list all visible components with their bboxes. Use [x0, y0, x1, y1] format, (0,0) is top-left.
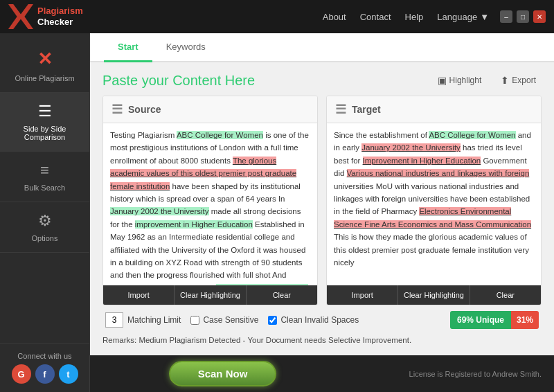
export-icon: ⬆ [501, 75, 509, 86]
source-icon: ☰ [111, 102, 123, 117]
source-panel-footer: Import Clear Highlighting Clear [103, 285, 317, 305]
google-plus-button[interactable]: G [12, 364, 31, 384]
highlight-glorious: The glorious academic values of this old… [110, 157, 296, 190]
contact-link[interactable]: Contact [360, 12, 391, 22]
target-clear-button[interactable]: Clear [470, 285, 541, 305]
clean-invalid-spaces-text: Clean Invalid Spaces [280, 315, 359, 325]
thl-improvement: Improvement in Higher Education [363, 157, 481, 165]
tabs-bar: Start Keywords [90, 33, 554, 62]
source-panel-header: ☰ Source [103, 96, 317, 123]
toolbar-actions: ▣ Highlight ⬆ Export [432, 72, 542, 89]
facebook-button[interactable]: f [35, 364, 55, 384]
thl-abc-women: ABC College for Women [429, 131, 515, 139]
logo-icon [8, 4, 33, 29]
case-sensitive-checkbox[interactable] [190, 316, 199, 325]
target-panel: ☰ Target Since the establishment of ABC … [326, 96, 542, 305]
case-sensitive-text: Case Sensitive [203, 315, 258, 325]
sidebar-item-label: Online Plagiarism [15, 74, 74, 82]
target-content[interactable]: Since the establishment of ABC College f… [327, 123, 541, 285]
tab-start[interactable]: Start [104, 33, 152, 62]
app-name2: Checker [37, 17, 73, 27]
highlight-improvement: improvement in Higher Education [135, 220, 253, 229]
topbar: Plagiarism Checker About Contact Help La… [0, 0, 554, 33]
app-name1: Plagiarism [37, 6, 83, 16]
sidebar-item-label: Bulk Search [24, 184, 65, 192]
connect-label: Connect with us [6, 352, 84, 360]
close-button[interactable]: ✕ [533, 10, 546, 23]
x-icon: ✕ [37, 48, 53, 70]
app-body: ✕ Online Plagiarism ☰ Side by Side Compa… [0, 33, 554, 392]
sidebar-item-label: Side by Side Comparison [6, 125, 84, 141]
tab-keywords[interactable]: Keywords [152, 33, 220, 62]
social-icons: G f t [6, 364, 84, 384]
matching-limit-area: Matching Limit [105, 312, 181, 328]
help-link[interactable]: Help [405, 12, 424, 22]
scan-now-button[interactable]: Scan Now [169, 361, 277, 386]
app-title: Plagiarism Checker [37, 6, 83, 27]
highlight-jan2002: January 2002 the University [110, 207, 209, 215]
paste-title: Paste your Content Here [102, 73, 255, 89]
target-panel-header: ☰ Target [327, 96, 541, 123]
window-controls: – □ ✕ [500, 10, 546, 23]
remarks-text: Remarks: Medium Plagiarism Detected - Yo… [102, 335, 542, 346]
options-bar: Matching Limit Case Sensitive Clean Inva… [102, 305, 542, 335]
license-text: License is Registered to Andrew Smith. [409, 370, 542, 378]
gear-icon: ⚙ [38, 212, 52, 230]
highlight-abc-women: ABC College for Women [177, 131, 263, 139]
source-content[interactable]: Testing Plagiarism ABC College for Women… [103, 123, 317, 285]
case-sensitive-label[interactable]: Case Sensitive [190, 315, 258, 325]
thl-jan2002: January 2002 the University [361, 143, 461, 152]
sidebar-item-bulk-search[interactable]: ≡ Bulk Search [0, 152, 89, 202]
maximize-button[interactable]: □ [517, 10, 529, 23]
sidebar-item-options[interactable]: ⚙ Options [0, 202, 89, 253]
minimize-button[interactable]: – [500, 10, 512, 23]
unique-bar: 69% Unique 31% [450, 311, 539, 329]
sidebar-item-label: Options [32, 234, 58, 242]
compare-icon: ☰ [38, 103, 52, 121]
source-panel: ☰ Source Testing Plagiarism ABC College … [102, 96, 318, 305]
twitter-button[interactable]: t [59, 364, 78, 384]
source-clear-button[interactable]: Clear [247, 285, 317, 305]
language-label: Language [437, 12, 477, 22]
export-button[interactable]: ⬆ Export [495, 72, 542, 89]
top-navigation: About Contact Help Language ▼ [323, 12, 489, 22]
sidebar-item-side-by-side[interactable]: ☰ Side by Side Comparison [0, 93, 89, 152]
connect-area: Connect with us G f t [0, 343, 89, 392]
thl-various: Various national industries and linkages… [347, 169, 530, 177]
target-clear-highlighting-button[interactable]: Clear Highlighting [398, 285, 470, 305]
plagiarism-percentage: 31% [511, 311, 539, 329]
export-label: Export [512, 75, 536, 85]
comparison-panels: ☰ Source Testing Plagiarism ABC College … [102, 96, 542, 305]
target-import-button[interactable]: Import [327, 285, 398, 305]
about-link[interactable]: About [323, 12, 346, 22]
target-panel-footer: Import Clear Highlighting Clear [327, 285, 541, 305]
target-icon: ☰ [335, 102, 346, 117]
highlight-button[interactable]: ▣ Highlight [432, 72, 488, 89]
source-clear-highlighting-button[interactable]: Clear Highlighting [175, 285, 246, 305]
logo-area: Plagiarism Checker [8, 4, 83, 29]
chevron-down-icon: ▼ [480, 12, 489, 22]
sidebar: ✕ Online Plagiarism ☰ Side by Side Compa… [0, 33, 90, 392]
main-content: Paste your Content Here ▣ Highlight ⬆ Ex… [90, 62, 554, 355]
bottom-bar: License is Registered to Andrew Smith. S… [90, 355, 554, 392]
matching-limit-label: Matching Limit [127, 315, 181, 325]
main-area: Start Keywords Paste your Content Here ▣… [90, 33, 554, 392]
unique-percentage: 69% Unique [450, 311, 511, 329]
content-toolbar: Paste your Content Here ▣ Highlight ⬆ Ex… [102, 72, 542, 89]
target-title: Target [352, 104, 381, 115]
highlight-icon: ▣ [438, 75, 447, 86]
source-title: Source [128, 104, 161, 115]
highlight-label: Highlight [449, 75, 482, 85]
bulk-icon: ≡ [40, 161, 49, 179]
thl-electronics: Electronics Environmental Science Fine A… [334, 207, 531, 228]
sidebar-item-online-plagiarism[interactable]: ✕ Online Plagiarism [0, 39, 89, 93]
matching-limit-input[interactable] [105, 312, 123, 328]
clean-invalid-spaces-label[interactable]: Clean Invalid Spaces [268, 315, 359, 325]
language-dropdown[interactable]: Language ▼ [437, 12, 489, 22]
source-import-button[interactable]: Import [103, 285, 175, 305]
clean-invalid-spaces-checkbox[interactable] [268, 316, 277, 325]
